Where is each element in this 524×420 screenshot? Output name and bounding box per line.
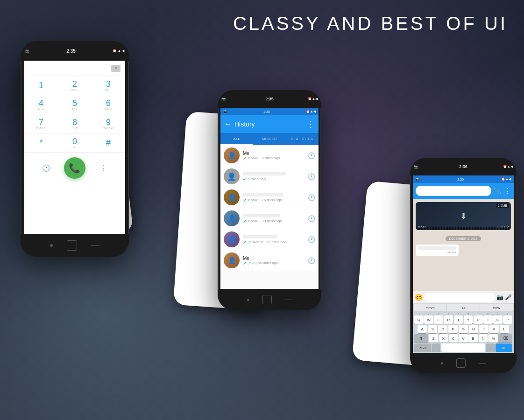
key-l[interactable]: L bbox=[500, 325, 509, 333]
history-item-6[interactable]: 👤 Me ↗↗ (6) 59 mins ago 🕐 bbox=[220, 250, 319, 271]
wa-attach-icon[interactable]: 📎 bbox=[494, 188, 501, 195]
key-p[interactable]: P bbox=[503, 315, 512, 324]
key-q[interactable]: Q bbox=[414, 315, 424, 324]
key-w[interactable]: W bbox=[424, 315, 433, 324]
key-5[interactable]: 5JKL bbox=[58, 95, 92, 114]
key-y[interactable]: Y bbox=[464, 315, 473, 324]
history-item-3[interactable]: 👤 ↗ Mobile · 26 mins ago 🕐 bbox=[220, 187, 319, 208]
key-8[interactable]: 8TUV bbox=[58, 114, 92, 133]
mid-status-icons: ⏰▲◀ bbox=[308, 97, 318, 101]
tab-all[interactable]: ALL bbox=[220, 133, 253, 145]
call-clock-2[interactable]: 🕐 bbox=[308, 173, 315, 180]
key-j[interactable]: J bbox=[479, 325, 489, 333]
key-n[interactable]: N bbox=[479, 334, 488, 343]
key-t[interactable]: T bbox=[454, 315, 463, 324]
suggestion-1[interactable]: Hmm bbox=[414, 304, 447, 311]
key-b[interactable]: B bbox=[468, 334, 478, 343]
avatar-6: 👤 bbox=[224, 252, 240, 268]
mic-icon[interactable]: 🎤 bbox=[505, 294, 512, 301]
backspace-key[interactable]: ⌫ bbox=[498, 334, 512, 343]
key-9[interactable]: 9WXYZ bbox=[92, 114, 125, 133]
key-v[interactable]: V bbox=[459, 334, 468, 343]
wa-text-input[interactable] bbox=[424, 293, 495, 302]
more-options-icon[interactable]: ⋮ bbox=[97, 161, 110, 175]
wa-search-bar[interactable] bbox=[416, 186, 491, 196]
key-6[interactable]: 6MNO bbox=[92, 95, 125, 114]
period-key[interactable]: . bbox=[486, 343, 495, 352]
history-item-5[interactable]: 👤 ↗↗ Mobile · 57 mins ago 🕐 bbox=[220, 229, 319, 250]
contact-detail-2: ✔ 6 mins ago bbox=[243, 177, 304, 182]
key-7[interactable]: 7PQRS bbox=[24, 114, 58, 133]
history-item-4[interactable]: 👤 ↗ Mobile · 38 mins ago 🕐 bbox=[220, 208, 319, 229]
contact-name-2 bbox=[243, 172, 286, 175]
key-d[interactable]: D bbox=[438, 325, 447, 333]
call-clock-5[interactable]: 🕐 bbox=[308, 236, 315, 243]
history-title: History bbox=[234, 120, 304, 128]
call-clock-4[interactable]: 🕐 bbox=[308, 215, 315, 222]
key-star[interactable]: * bbox=[24, 133, 58, 153]
phone-right-notch: 📷 2:36 ⏰▲◀ bbox=[410, 158, 517, 175]
call-clock-6[interactable]: 🕐 bbox=[308, 257, 315, 264]
enter-key[interactable]: ↵ bbox=[496, 343, 512, 352]
history-item-2[interactable]: 👤 ✔ 6 mins ago 🕐 bbox=[220, 166, 319, 187]
key-3[interactable]: 3DEF bbox=[92, 76, 125, 95]
dialer-input-area: ✕ bbox=[24, 61, 125, 76]
contact-detail-5: ↗↗ Mobile · 57 mins ago bbox=[243, 240, 304, 245]
phone-left-frame: 📷 2:35 ⏰ ▲ ◀ ✕ 1 2ABC 3DEF 4GHI 5JKL 6MN… bbox=[21, 41, 129, 257]
suggestion-3[interactable]: How bbox=[480, 304, 513, 311]
call-button[interactable]: 📞 bbox=[64, 157, 85, 179]
backspace-button[interactable]: ✕ bbox=[111, 65, 120, 72]
key-4[interactable]: 4GHI bbox=[24, 95, 58, 114]
wa-more-icon[interactable]: ⋮ bbox=[503, 187, 511, 196]
wa-video-message: ⬇ 2.5MB 10:42 1:29 PM bbox=[416, 202, 511, 230]
shift-key[interactable]: ⬆ bbox=[414, 334, 428, 343]
camera-icon[interactable]: 📷 bbox=[496, 294, 503, 301]
emoji-icon[interactable]: 😊 bbox=[415, 294, 423, 301]
key-0[interactable]: 0+ bbox=[58, 133, 92, 153]
video-size-badge: 2.5MB bbox=[496, 203, 509, 208]
phone-right-frame: 📷 2:36 ⏰▲◀ 📷 2:36 ⏰▲◀ 📎 ⋮ ⬇ 2.5MB 10:42 bbox=[410, 158, 517, 373]
history-more-button[interactable]: ⋮ bbox=[306, 119, 315, 129]
key-1[interactable]: 1 bbox=[24, 76, 58, 95]
dialer-grid: 1 2ABC 3DEF 4GHI 5JKL 6MNO 7PQRS 8TUV 9W… bbox=[24, 76, 125, 153]
key-u[interactable]: U bbox=[474, 315, 483, 324]
key-a[interactable]: A bbox=[418, 325, 427, 333]
key-o[interactable]: O bbox=[493, 315, 503, 324]
call-clock-3[interactable]: 🕐 bbox=[308, 194, 315, 201]
tab-missed[interactable]: MISSED bbox=[253, 133, 286, 145]
voicemail-icon[interactable]: 🕐 bbox=[39, 161, 52, 175]
key-e[interactable]: E bbox=[434, 315, 443, 324]
space-key[interactable] bbox=[441, 343, 486, 352]
key-f[interactable]: F bbox=[448, 325, 458, 333]
key-hash[interactable]: # bbox=[92, 133, 125, 153]
avatar-5: 👤 bbox=[224, 231, 240, 247]
kb-number-hints: 1 2 3 4 5 6 7 8 9 0 bbox=[414, 312, 513, 315]
kb-row-3: ⬆ Z X C V B N M ⌫ bbox=[414, 334, 513, 343]
history-back-button[interactable]: ← bbox=[224, 120, 232, 128]
key-g[interactable]: G bbox=[459, 325, 468, 333]
history-item-1[interactable]: 👤 Me ↗ Mobile · 0 mins ago 🕐 bbox=[220, 145, 319, 166]
key-r[interactable]: R bbox=[444, 315, 453, 324]
avatar-3: 👤 bbox=[224, 189, 240, 205]
suggestion-2[interactable]: Ya bbox=[447, 304, 480, 311]
key-k[interactable]: K bbox=[489, 325, 499, 333]
tab-statistics[interactable]: STATISTICS bbox=[286, 133, 319, 145]
key-i[interactable]: I bbox=[483, 315, 493, 324]
key-c[interactable]: C bbox=[449, 334, 458, 343]
numbers-key[interactable]: ?123 bbox=[414, 343, 431, 352]
call-clock-1[interactable]: 🕐 bbox=[308, 152, 315, 159]
key-h[interactable]: H bbox=[469, 325, 478, 333]
contact-detail-4: ↗ Mobile · 38 mins ago bbox=[243, 219, 304, 224]
comma-key[interactable]: , bbox=[432, 343, 440, 352]
key-m[interactable]: M bbox=[489, 334, 498, 343]
kb-row-1: Q W E R T Y U I O P bbox=[414, 315, 513, 324]
key-x[interactable]: X bbox=[439, 334, 448, 343]
mid-time: 2:35 bbox=[265, 97, 274, 101]
key-s[interactable]: S bbox=[428, 325, 437, 333]
wa-input-area: 😊 📷 🎤 bbox=[413, 291, 514, 303]
wa-status-bar: 📷 2:36 ⏰▲◀ bbox=[413, 175, 514, 183]
key-z[interactable]: Z bbox=[429, 334, 438, 343]
dialer-actions-row: 🕐 📞 ⋮ bbox=[24, 153, 125, 183]
key-2[interactable]: 2ABC bbox=[58, 76, 92, 95]
left-status-bar: 📷 2:35 ⏰ ▲ ◀ bbox=[21, 41, 129, 61]
